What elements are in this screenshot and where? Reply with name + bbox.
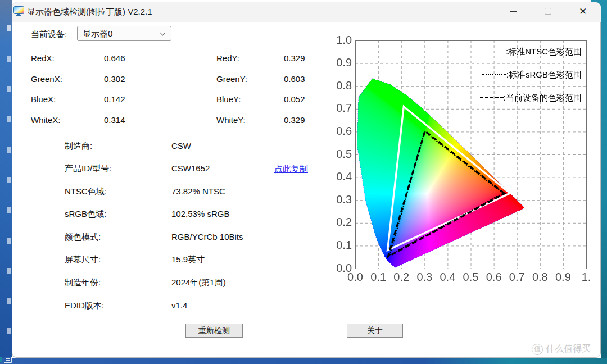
device-dropdown-value: 显示器0: [83, 29, 112, 39]
background-teal-fragment: [0, 357, 2, 362]
close-icon: ✕: [579, 6, 587, 17]
srgb-gamut-value: 102.53% sRGB: [171, 209, 229, 219]
greeny-label: GreenY:: [216, 74, 247, 84]
redetect-button[interactable]: 重新检测: [185, 324, 243, 338]
background-taskbar-strip: [0, 358, 607, 364]
window-title: 显示器色域检测(图拉丁版) V2.2.1: [27, 7, 152, 17]
manufacturer-value: CSW: [171, 141, 191, 151]
close-button[interactable]: ✕: [574, 3, 592, 19]
color-mode-label: 颜色模式:: [65, 232, 101, 243]
maximize-button[interactable]: [539, 3, 557, 19]
screen-size-label: 屏幕尺寸:: [65, 254, 101, 265]
bluex-value: 0.142: [104, 94, 125, 104]
color-mode-value: RGB/YCrCb 10Bits: [171, 232, 243, 242]
chevron-down-icon: [160, 30, 166, 36]
greenx-value: 0.302: [104, 74, 125, 84]
smzdm-badge-icon: 值: [532, 344, 543, 355]
redx-label: RedX:: [31, 53, 55, 63]
edid-version-label: EDID版本:: [65, 301, 104, 311]
whitey-label: WhiteY:: [216, 115, 246, 125]
bluey-label: BlueY:: [216, 94, 241, 104]
device-dropdown[interactable]: 显示器0: [77, 26, 171, 41]
app-monitor-icon: [13, 6, 24, 16]
screen-size-value: 15.9英寸: [171, 254, 205, 265]
legend-item-srgb: :标准sRGB色彩范围: [482, 69, 582, 81]
whitex-label: WhiteX:: [31, 115, 61, 125]
watermark-text: 什么值得买: [546, 343, 591, 355]
device-label: 当前设备:: [31, 29, 67, 40]
redx-value: 0.646: [104, 53, 125, 63]
redy-value: 0.329: [284, 53, 305, 63]
product-id-value: CSW1652: [171, 163, 210, 173]
chart-legend: :标准NTSC色彩范围 :标准sRGB色彩范围 :当前设备的色彩范围: [480, 46, 582, 104]
smzdm-watermark: 值 什么值得买: [532, 343, 591, 355]
whitex-value: 0.314: [104, 115, 125, 125]
dashed-line-icon: [480, 97, 504, 98]
legend-item-ntsc: :标准NTSC色彩范围: [480, 46, 582, 58]
minimize-icon: [510, 11, 517, 12]
minimize-button[interactable]: [504, 3, 522, 19]
manufacture-year-label: 制造年份:: [65, 277, 101, 288]
copy-link[interactable]: 点此复制: [274, 164, 308, 175]
cie-chart: :标准NTSC色彩范围 :标准sRGB色彩范围 :当前设备的色彩范围: [326, 31, 599, 289]
list-icon: [4, 357, 12, 363]
redy-label: RedY:: [216, 53, 239, 63]
bluey-value: 0.052: [284, 94, 305, 104]
solid-line-icon: [480, 52, 506, 52]
whitey-value: 0.329: [284, 115, 305, 125]
background-window-left-strip: [0, 0, 12, 364]
manufacture-year-value: 2024年(第1周): [171, 277, 226, 288]
ntsc-gamut-value: 73.82% NTSC: [171, 186, 225, 196]
greeny-value: 0.603: [284, 74, 305, 84]
manufacturer-label: 制造商:: [65, 141, 92, 152]
maximize-icon: [545, 8, 551, 15]
ntsc-gamut-label: NTSC色域:: [65, 186, 107, 197]
greenx-label: GreenX:: [31, 74, 62, 84]
about-button[interactable]: 关于: [347, 324, 403, 338]
legend-item-device: :当前设备的色彩范围: [480, 92, 582, 104]
product-id-label: 产品ID/型号:: [65, 163, 111, 174]
background-window-right-strip: [601, 0, 607, 364]
bluex-label: BlueX:: [31, 94, 56, 104]
srgb-gamut-label: sRGB色域:: [65, 209, 106, 220]
edid-version-value: v1.4: [171, 301, 187, 310]
dotted-line-icon: [482, 74, 506, 75]
background-text-fragment: [7, 25, 11, 31]
